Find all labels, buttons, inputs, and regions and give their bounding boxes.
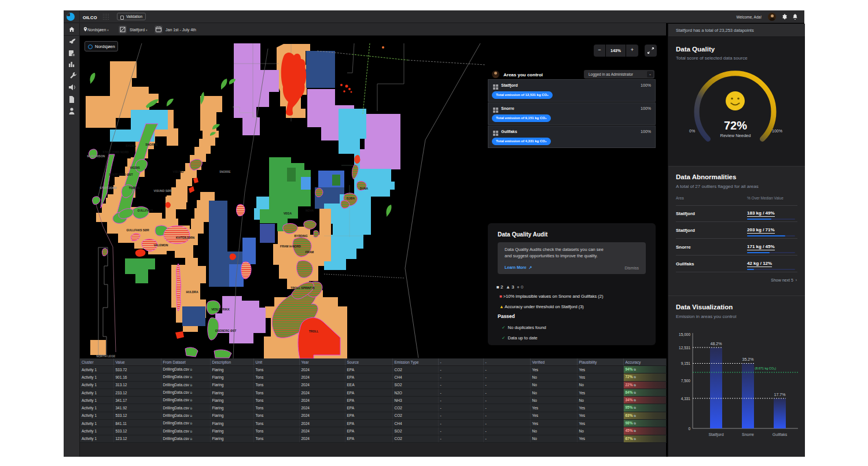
svg-text:15,000: 15,000	[679, 332, 690, 336]
svg-text:STATFJORD: STATFJORD	[100, 186, 117, 190]
svg-text:48.2%: 48.2%	[711, 342, 722, 346]
svg-text:MURCHISON: MURCHISON	[87, 154, 105, 158]
svg-text:7,500: 7,500	[681, 379, 691, 383]
svg-text:9,151: 9,151	[681, 361, 691, 365]
svg-text:12,531: 12,531	[679, 346, 690, 350]
svg-text:OSEBERG ØST: OSEBERG ØST	[215, 329, 237, 332]
svg-text:FRAM H-NORD: FRAM H-NORD	[280, 245, 301, 248]
svg-text:VISUND: VISUND	[173, 170, 184, 173]
svg-text:BYRDING: BYRDING	[294, 234, 307, 238]
svg-text:KVITEBJØRN: KVITEBJØRN	[176, 236, 195, 239]
svg-text:GULLFAKS: GULLFAKS	[138, 209, 154, 212]
svg-text:0: 0	[688, 427, 690, 431]
svg-text:17.7%: 17.7%	[774, 393, 786, 397]
svg-text:VALEMON: VALEMON	[154, 243, 168, 247]
svg-text:STATFJORD NORD: STATFJORD NORD	[102, 150, 129, 154]
svg-text:HULDRA: HULDRA	[186, 290, 198, 294]
svg-text:SNORRE: SNORRE	[145, 143, 158, 146]
svg-text:DUNA: DUNA	[360, 187, 369, 190]
svg-text:35.2%: 35.2%	[742, 357, 754, 361]
svg-text:STATFJORD ØST: STATFJORD ØST	[109, 173, 133, 176]
svg-text:Gullfaks: Gullfaks	[773, 432, 788, 437]
svg-text:NOVA: NOVA	[306, 209, 314, 212]
svg-text:Statfjord: Statfjord	[708, 432, 723, 437]
svg-text:FRAM: FRAM	[306, 250, 314, 254]
svg-text:TORDIS: TORDIS	[129, 186, 140, 190]
svg-text:VISUND SØR: VISUND SØR	[153, 189, 172, 193]
svg-text:TROLL: TROLL	[309, 330, 319, 333]
svg-text:GULLFAKS SØR: GULLFAKS SØR	[126, 228, 149, 232]
svg-text:VIGDIS: VIGDIS	[130, 166, 141, 169]
svg-text:SNORRE: SNORRE	[219, 171, 230, 173]
svg-text:SYGNA: SYGNA	[126, 144, 136, 147]
svg-text:VESLEFRIKK: VESLEFRIKK	[211, 308, 230, 311]
svg-text:TROLL SPRINT B: TROLL SPRINT B	[290, 286, 315, 290]
svg-text:(8,671 kg CO₂): (8,671 kg CO₂)	[755, 367, 776, 370]
svg-text:GJØA: GJØA	[347, 197, 355, 200]
svg-text:NORTH LEGE: NORTH LEGE	[97, 354, 116, 358]
svg-text:VEGA: VEGA	[284, 212, 292, 215]
svg-text:4,331: 4,331	[681, 397, 691, 401]
svg-text:Snorre: Snorre	[742, 432, 754, 437]
